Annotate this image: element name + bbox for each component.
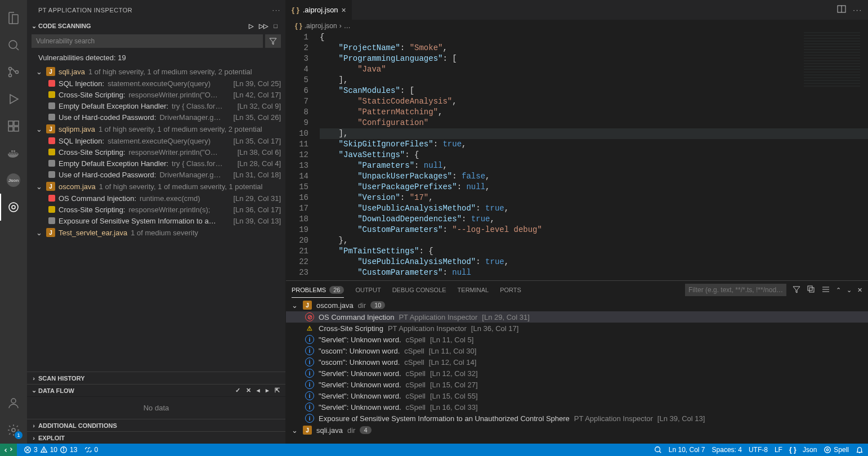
problem-message: Exposure of Sensitive System Information… xyxy=(319,414,570,423)
check-icon[interactable]: ✓ xyxy=(235,387,240,394)
remote-indicator[interactable] xyxy=(0,444,17,456)
vulnerability-finding[interactable]: SQL Injection: statement.executeQuery(qu… xyxy=(27,78,285,89)
filter-icon[interactable] xyxy=(792,285,801,295)
problems-file-row[interactable]: ⌄ J oscom.java dir 10 xyxy=(286,299,868,311)
settings-gear-icon[interactable]: 1 xyxy=(0,417,27,444)
vulnerability-file-row[interactable]: ⌄ J sqli.java 1 of high severity, 1 of m… xyxy=(27,65,285,78)
problem-source: PT Application Inspector xyxy=(399,313,477,321)
vulnerability-file-row[interactable]: ⌄ J oscom.java 1 of high severity, 1 of … xyxy=(27,180,285,193)
status-cursor[interactable]: Ln 10, Col 7 xyxy=(669,446,705,454)
json-icon[interactable]: Json xyxy=(0,167,27,194)
status-spell[interactable]: Spell xyxy=(824,446,849,454)
close-panel-icon[interactable]: ✕ xyxy=(857,287,862,294)
prev-icon[interactable]: ◂ xyxy=(257,387,260,394)
problem-message: "Servlet": Unknown word. xyxy=(319,369,401,378)
more-icon[interactable]: ··· xyxy=(853,6,862,14)
vulnerability-finding[interactable]: Cross-Site Scripting: responseWriter.pri… xyxy=(27,89,285,100)
status-spaces[interactable]: Spaces: 4 xyxy=(712,446,742,454)
source-control-icon[interactable] xyxy=(0,59,27,86)
code-scanning-header[interactable]: ⌄ CODE SCANNING ▷ ▷▷ □ xyxy=(27,20,285,32)
search-icon[interactable] xyxy=(0,32,27,59)
chevron-down-icon: ⌄ xyxy=(29,23,38,30)
problem-row[interactable]: i "Servlet": Unknown word. cSpell [Ln 12… xyxy=(286,368,868,379)
view-as-list-icon[interactable] xyxy=(821,285,830,295)
status-notifications-icon[interactable] xyxy=(856,446,863,454)
problem-row[interactable]: ⊘ OS Command Injection PT Application In… xyxy=(286,311,868,323)
problems-file-row[interactable]: ⌄ J sqli.java dir 4 xyxy=(286,424,868,436)
status-errors[interactable]: 3 10 13 xyxy=(24,446,77,454)
docker-icon[interactable] xyxy=(0,140,27,167)
error-icon: ⊘ xyxy=(305,312,314,321)
vulnerability-finding[interactable]: Cross-Site Scripting: responseWriter.pri… xyxy=(27,146,285,158)
vulnerability-finding[interactable]: SQL Injection: statement.executeQuery(qu… xyxy=(27,135,285,146)
debug-console-tab[interactable]: DEBUG CONSOLE xyxy=(392,283,446,297)
ports-tab[interactable]: PORTS xyxy=(500,283,521,297)
stop-icon[interactable]: □ xyxy=(274,23,278,30)
problem-row[interactable]: i Exposure of Sensitive System Informati… xyxy=(286,413,868,424)
run-debug-icon[interactable] xyxy=(0,86,27,113)
svg-point-26 xyxy=(825,447,831,453)
pt-inspector-icon[interactable] xyxy=(0,194,27,221)
vulnerability-finding[interactable]: Exposure of Sensitive System Information… xyxy=(27,215,285,226)
next-icon[interactable]: ▸ xyxy=(266,387,269,394)
problems-tab[interactable]: PROBLEMS 26 xyxy=(292,283,344,298)
maximize-panel-icon[interactable]: ⌃ xyxy=(836,287,841,294)
split-editor-icon[interactable] xyxy=(837,5,846,15)
editor-tab[interactable]: { } .aiproj.json × xyxy=(286,0,352,20)
explorer-icon[interactable] xyxy=(0,5,27,32)
vulnerability-search-input[interactable] xyxy=(32,34,263,48)
problem-row[interactable]: ⚠ Cross-Site Scripting PT Application In… xyxy=(286,323,868,334)
data-flow-section[interactable]: ⌄ DATA FLOW ✓ ✕ ◂ ▸ ⇱ xyxy=(27,384,285,396)
popout-icon[interactable]: ⇱ xyxy=(275,387,280,394)
svg-point-27 xyxy=(827,449,829,451)
problem-row[interactable]: i "oscom": Unknown word. cSpell [Ln 12, … xyxy=(286,356,868,368)
activity-bar: Json 1 xyxy=(0,0,27,444)
exploit-section[interactable]: › EXPLOIT xyxy=(27,431,285,444)
status-eol[interactable]: LF xyxy=(775,446,782,454)
close-tab-icon[interactable]: × xyxy=(342,6,346,15)
collapse-all-icon[interactable] xyxy=(807,285,816,295)
terminal-tab[interactable]: TERMINAL xyxy=(458,283,489,297)
chevron-down-icon: ⌄ xyxy=(36,182,43,191)
vulnerability-finding[interactable]: Cross-Site Scripting: responseWriter.pri… xyxy=(27,204,285,215)
play-icon[interactable]: ▷ xyxy=(249,23,253,30)
problem-row[interactable]: i "Servlet": Unknown word. cSpell [Ln 11… xyxy=(286,334,868,345)
vulnerability-file-row[interactable]: ⌄ J Test_servlet_ear.java 1 of medium se… xyxy=(27,226,285,239)
breadcrumb[interactable]: { } .aiproj.json › … xyxy=(286,20,868,32)
file-meta: 1 of medium severity xyxy=(131,229,198,237)
filter-icon[interactable] xyxy=(265,34,281,48)
more-icon[interactable]: ··· xyxy=(272,7,281,14)
accounts-icon[interactable] xyxy=(0,390,27,417)
warning-icon: ⚠ xyxy=(305,324,314,333)
close-icon[interactable]: ✕ xyxy=(246,387,251,394)
problem-location: [Ln 15, Col 27] xyxy=(430,381,478,389)
status-zoom[interactable] xyxy=(654,446,662,454)
status-ports[interactable]: 0 xyxy=(84,446,98,454)
code-editor[interactable]: 1234567891011121314151617181920212223 { … xyxy=(286,32,868,280)
problems-filter-input[interactable] xyxy=(685,284,786,296)
vulnerability-file-row[interactable]: ⌄ J sqlipm.java 1 of high severity, 1 of… xyxy=(27,123,285,135)
play-all-icon[interactable]: ▷▷ xyxy=(259,23,268,30)
finding-location: [Ln 29, Col 31] xyxy=(230,194,281,203)
chevron-down-icon[interactable]: ⌄ xyxy=(847,287,852,294)
problem-row[interactable]: i "oscom": Unknown word. cSpell [Ln 11, … xyxy=(286,345,868,356)
finding-detail: try { Class.for… xyxy=(172,102,222,110)
status-encoding[interactable]: UTF-8 xyxy=(749,446,768,454)
status-language[interactable]: { } Json xyxy=(789,446,817,454)
problem-source: cSpell xyxy=(406,369,426,378)
vulnerability-finding[interactable]: OS Command Injection: runtime.exec(cmd) … xyxy=(27,193,285,204)
problem-row[interactable]: i "Servlet": Unknown word. cSpell [Ln 16… xyxy=(286,401,868,413)
vulnerability-finding[interactable]: Empty Default Exception Handler: try { C… xyxy=(27,158,285,169)
svg-point-8 xyxy=(9,203,18,212)
problem-row[interactable]: i "Servlet": Unknown word. cSpell [Ln 15… xyxy=(286,390,868,401)
additional-conditions-section[interactable]: › ADDITIONAL CONDITIONS xyxy=(27,419,285,431)
chevron-down-icon: ⌄ xyxy=(36,125,43,133)
extensions-icon[interactable] xyxy=(0,113,27,140)
scan-history-section[interactable]: › SCAN HISTORY xyxy=(27,372,285,384)
vulnerability-finding[interactable]: Empty Default Exception Handler: try { C… xyxy=(27,100,285,111)
output-tab[interactable]: OUTPUT xyxy=(355,283,381,297)
problem-row[interactable]: i "Servlet": Unknown word. cSpell [Ln 15… xyxy=(286,379,868,390)
vulnerability-finding[interactable]: Use of Hard-coded Password: DriverManage… xyxy=(27,111,285,123)
minimap[interactable] xyxy=(804,32,860,88)
vulnerability-finding[interactable]: Use of Hard-coded Password: DriverManage… xyxy=(27,169,285,180)
